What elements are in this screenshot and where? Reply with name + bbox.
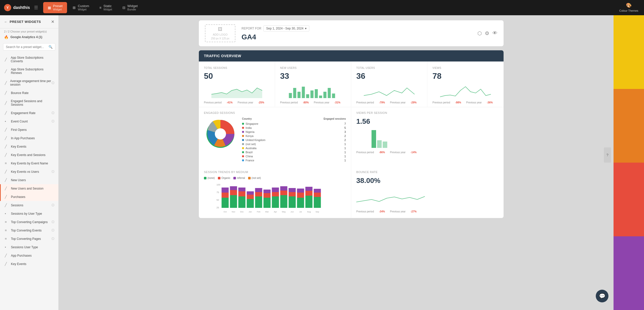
sidebar-item-key-events-2[interactable]: ╱Key Events [0, 260, 58, 268]
app-logo[interactable]: Y dashthis [4, 4, 30, 11]
date-range-value: Sep 1, 2024 - Sep 30, 2024 [266, 27, 303, 30]
svg-rect-47 [272, 188, 279, 192]
svg-rect-34 [247, 195, 254, 199]
sidebar-item-key-events-vs-users[interactable]: ╱Key Events vs Users ⓘ [0, 167, 58, 176]
sidebar-item-app-store-renews[interactable]: ╱App Store Subscriptions Renews [0, 65, 58, 77]
svg-text:Sep: Sep [315, 211, 319, 213]
sidebar-item-top-converting-pages[interactable]: ≡Top Converting Pages ⓘ [0, 235, 58, 243]
sidebar-item-sessions-user-type-2[interactable]: ▪Sessions User Type [0, 243, 58, 251]
vps-year-change: -14% [411, 151, 416, 154]
logo-upload-area[interactable]: 🖼 ADD LOGO 250 px X 125 px [205, 24, 235, 42]
session-trends-panel: SESSION TRENDS BY MEDIUM (none) Organic [199, 166, 351, 218]
tab-custom-widget[interactable]: ⊞ Custom Widget [68, 2, 94, 13]
date-range-picker[interactable]: Sep 1, 2024 - Sep 30, 2024 ▾ [263, 25, 309, 32]
legend-dot-not-set [248, 177, 251, 179]
report-header-card: 🖼 ADD LOGO 250 px X 125 px REPORT FOR Se… [199, 20, 504, 46]
svg-rect-8 [319, 96, 322, 98]
share-icon[interactable]: ⬡ [477, 30, 482, 36]
colour-themes-button[interactable]: 🎨 Colour Themes [614, 0, 644, 15]
info-icon[interactable]: ⓘ [52, 220, 54, 224]
legend-nigeria: Nigeria 3 [242, 130, 346, 134]
sidebar-search-box[interactable]: 🔍 [3, 43, 55, 51]
table-icon: ≡ [5, 237, 9, 241]
sidebar-item-bounce-rate[interactable]: ╱Bounce Rate [0, 89, 58, 97]
sidebar-item-sessions-user-type[interactable]: ▪Sessions by User Type [0, 209, 58, 218]
sidebar-item-sessions[interactable]: ╱Sessions ⓘ [0, 201, 58, 209]
info-icon[interactable]: ⓘ [52, 119, 54, 123]
help-button[interactable]: ? [604, 147, 611, 163]
sidebar-item-key-events-sessions[interactable]: ╱Key Events and Sessions [0, 151, 58, 159]
info-icon[interactable]: ⓘ [52, 170, 54, 174]
metric-label: VIEWS [432, 67, 498, 69]
sidebar-close-button[interactable]: ✕ [51, 19, 54, 24]
sidebar-list: ╱App Store Subscriptions Converts ╱App S… [0, 53, 58, 310]
pie-legend-header: Country Engaged sessions [242, 117, 346, 120]
legend-singapore: Singapore 7 [242, 122, 346, 126]
search-icon: 🔍 [49, 45, 53, 49]
bounce-rate-value: 38.00% [356, 177, 498, 185]
info-icon[interactable]: ⓘ [52, 203, 54, 207]
menu-icon[interactable]: ☰ [34, 5, 38, 10]
sidebar-item-engaged-sessions[interactable]: ╱Engaged Sessions and Sessions [0, 97, 58, 109]
settings-icon[interactable]: ⚙ [485, 30, 489, 36]
svg-rect-4 [302, 87, 305, 98]
sidebar-item-engagement-rate[interactable]: ╱Engagement Rate ⓘ [0, 109, 58, 117]
svg-rect-63 [305, 187, 313, 191]
search-input[interactable] [6, 45, 49, 49]
prev-period-label: Previous period [356, 101, 374, 104]
legend-not-set: (not set) 1 [242, 142, 346, 146]
sidebar-item-avg-engagement[interactable]: ╱Average engagement time per session ⓘ [0, 77, 58, 89]
svg-text:May: May [282, 211, 286, 213]
sidebar-item-top-converting-campaigns[interactable]: ≡Top Converting Campaigns ⓘ [0, 218, 58, 226]
sidebar-item-app-store-converts[interactable]: ╱App Store Subscriptions Converts [0, 54, 58, 65]
sidebar-item-top-converting-events[interactable]: ≡Top Converting Events ⓘ [0, 226, 58, 235]
metric-value: 50 [204, 71, 270, 81]
tab-widget-bundle[interactable]: ⊟ Widget Bundle [118, 2, 142, 13]
svg-rect-39 [255, 188, 262, 192]
traffic-overview-card: TRAFFIC OVERVIEW TOTAL SESSIONS 50 Previ… [199, 50, 504, 218]
info-icon[interactable]: ⓘ [52, 237, 54, 241]
line-chart-icon: ╱ [5, 81, 8, 85]
line-chart-icon: ╱ [5, 111, 9, 115]
svg-rect-41 [264, 198, 271, 208]
info-icon[interactable]: ⓘ [52, 81, 54, 85]
line-chart-icon: ╱ [5, 170, 9, 174]
session-trends-chart: 100 75 50 25 Oct [204, 182, 346, 213]
static-tab-label: Static Widget [103, 4, 112, 11]
metric-label: NEW USERS [280, 67, 346, 69]
vps-year-label: Previous year [390, 151, 406, 154]
vps-title: VIEWS PER SESSION [356, 111, 498, 114]
tab-preset-widget[interactable]: ▦ Preset Widget [43, 2, 67, 13]
sidebar-back-button[interactable]: ← [4, 20, 8, 24]
line-chart-icon: ╱ [5, 91, 9, 95]
sidebar-item-key-events-event-name[interactable]: ≡Key Events by Event Name [0, 159, 58, 167]
legend-uk: United Kingdom 2 [242, 138, 346, 142]
bar-chart-icon: ▪ [5, 245, 9, 249]
tab-static-widget[interactable]: ≡ Static Widget [95, 2, 117, 13]
sidebar-item-new-users[interactable]: ╱New Users [0, 176, 58, 184]
sidebar-item-event-count[interactable]: ▪Event Count ⓘ [0, 117, 58, 126]
sidebar-item-new-users-session[interactable]: ╱New Users and Session [0, 184, 58, 193]
chat-widget-button[interactable]: 💬 [596, 290, 608, 302]
metric-total-users: TOTAL USERS 36 Previous period -79% Prev… [351, 61, 427, 107]
sidebar-item-key-events[interactable]: ╱Key Events [0, 142, 58, 151]
svg-rect-59 [297, 189, 304, 193]
info-icon[interactable]: ⓘ [52, 111, 54, 115]
info-icon[interactable]: ⓘ [52, 228, 54, 232]
third-metrics-row: SESSION TRENDS BY MEDIUM (none) Organic [199, 166, 504, 218]
vps-prev-label: Previous period [356, 151, 374, 154]
ga-icon: 🔥 [4, 35, 8, 39]
sidebar-item-purchases[interactable]: ╱Purchases [0, 193, 58, 201]
static-icon: ≡ [99, 6, 101, 10]
svg-rect-1 [289, 93, 292, 98]
svg-rect-38 [255, 192, 262, 196]
legend-brazil: Brazil 1 [242, 150, 346, 154]
svg-rect-31 [238, 188, 246, 191]
eye-icon[interactable]: 👁 [492, 30, 497, 36]
metric-value: 36 [356, 71, 422, 81]
sidebar-item-first-opens[interactable]: ╱First Opens [0, 126, 58, 134]
sidebar-item-app-purchases[interactable]: ╱App Purchases [0, 251, 58, 260]
svg-rect-3 [298, 92, 301, 98]
sidebar-item-in-app-purchases[interactable]: ╱In App Purchases [0, 134, 58, 142]
svg-text:25: 25 [217, 206, 219, 209]
